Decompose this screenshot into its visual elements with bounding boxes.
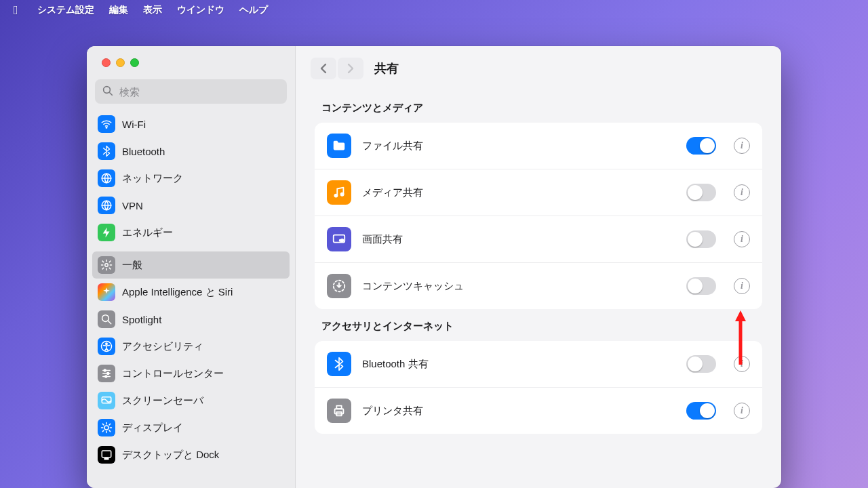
info-button-bt-sharing[interactable]: i — [734, 356, 750, 372]
info-button-media-sharing[interactable]: i — [734, 184, 750, 201]
screensaver-icon — [98, 392, 115, 409]
menubar-item-window[interactable]: ウインドウ — [177, 4, 224, 16]
sidebar-item-label: ディスプレイ — [122, 422, 183, 434]
sidebar-item-label: VPN — [122, 200, 143, 211]
toggle-media-sharing[interactable] — [686, 184, 716, 201]
info-button-content-cache[interactable]: i — [734, 278, 750, 294]
setting-row-label: Bluetooth 共有 — [362, 358, 675, 371]
setting-row-label: コンテンツキャッシュ — [362, 280, 675, 293]
info-button-printer-sharing[interactable]: i — [734, 403, 750, 419]
minimize-button[interactable] — [116, 58, 125, 67]
sidebar-item-ss[interactable]: スクリーンセーバ — [92, 387, 290, 414]
sidebar-item-label: 一般 — [122, 259, 142, 272]
sidebar-item-label: エネルギー — [122, 226, 173, 239]
menubar-item-edit[interactable]: 編集 — [109, 4, 128, 16]
info-button-file-sharing[interactable]: i — [734, 138, 750, 154]
sidebar-item-label: Wi-Fi — [122, 119, 146, 130]
setting-row-printer-sharing: プリンタ共有i — [315, 388, 762, 434]
setting-row-label: ファイル共有 — [362, 140, 675, 152]
content-scroll[interactable]: コンテンツとメディアファイル共有iメディア共有i画面共有iコンテンツキャッシュi… — [296, 91, 781, 488]
printer-icon — [327, 399, 351, 423]
sidebar-item-label: Apple Intelligence と Siri — [122, 286, 233, 299]
svg-rect-18 — [102, 451, 111, 458]
svg-point-13 — [104, 369, 106, 371]
toggle-printer-sharing[interactable] — [686, 402, 716, 420]
sidebar-item-ai-siri[interactable]: Apple Intelligence と Siri — [92, 279, 290, 306]
svg-rect-27 — [336, 406, 341, 409]
sidebar-item-label: Bluetooth — [122, 146, 165, 157]
bluetooth-icon — [327, 352, 351, 376]
menubar-app-name[interactable]: システム設定 — [37, 4, 94, 16]
gear-icon — [98, 256, 115, 274]
sidebar-item-vpn[interactable]: VPN — [92, 192, 290, 219]
zoom-button[interactable] — [130, 58, 139, 67]
info-button-screen-sharing[interactable]: i — [734, 231, 750, 247]
menubar:  システム設定 編集 表示 ウインドウ ヘルプ — [0, 0, 868, 20]
setting-row-screen-sharing: 画面共有i — [315, 216, 762, 263]
content-pane: 共有 コンテンツとメディアファイル共有iメディア共有i画面共有iコンテンツキャッ… — [296, 46, 781, 488]
settings-window: Wi-FiBluetoothネットワークVPNエネルギー一般Apple Inte… — [87, 46, 781, 488]
svg-point-9 — [106, 343, 107, 344]
folder-icon — [327, 134, 351, 158]
sparkle-icon — [98, 283, 115, 301]
settings-card: Bluetooth 共有iプリンタ共有i — [315, 341, 762, 434]
bolt-icon — [98, 224, 115, 241]
forward-button[interactable] — [338, 58, 363, 79]
search-icon — [98, 310, 115, 328]
dock-icon — [98, 446, 115, 464]
apple-menu-icon[interactable]:  — [14, 3, 18, 18]
setting-row-bt-sharing: Bluetooth 共有i — [315, 341, 762, 388]
titlebar: 共有 — [296, 46, 781, 91]
sidebar-item-bluetooth[interactable]: Bluetooth — [92, 138, 290, 165]
sidebar-list: Wi-FiBluetoothネットワークVPNエネルギー一般Apple Inte… — [87, 110, 295, 488]
search-input[interactable] — [95, 79, 287, 104]
section-title: アクセサリとインターネット — [321, 320, 762, 333]
sidebar-item-cc[interactable]: コントロールセンター — [92, 360, 290, 387]
wifi-icon — [98, 115, 115, 133]
svg-rect-19 — [104, 458, 108, 460]
sliders-icon — [98, 365, 115, 382]
sidebar-item-wifi[interactable]: Wi-Fi — [92, 110, 290, 138]
sidebar-item-label: アクセシビリティ — [122, 340, 203, 353]
download-icon — [327, 274, 351, 298]
toggle-file-sharing[interactable] — [686, 137, 716, 155]
setting-row-label: メディア共有 — [362, 186, 675, 199]
globe-icon — [98, 169, 115, 187]
svg-point-15 — [105, 375, 107, 378]
svg-point-5 — [105, 264, 108, 267]
settings-card: ファイル共有iメディア共有i画面共有iコンテンツキャッシュi — [315, 123, 762, 309]
sidebar-item-dock[interactable]: デスクトップと Dock — [92, 441, 290, 468]
svg-point-2 — [106, 127, 107, 129]
sidebar: Wi-FiBluetoothネットワークVPNエネルギー一般Apple Inte… — [87, 46, 296, 488]
sidebar-item-label: ネットワーク — [122, 172, 183, 185]
section-title: コンテンツとメディア — [321, 102, 762, 115]
setting-row-media-sharing: メディア共有i — [315, 169, 762, 216]
menubar-item-help[interactable]: ヘルプ — [239, 4, 268, 16]
sidebar-item-label: デスクトップと Dock — [122, 449, 219, 462]
setting-row-label: プリンタ共有 — [362, 405, 675, 418]
svg-point-17 — [104, 426, 108, 430]
toggle-screen-sharing[interactable] — [686, 230, 716, 248]
menubar-item-view[interactable]: 表示 — [143, 4, 162, 16]
close-button[interactable] — [102, 58, 111, 67]
sidebar-item-energy[interactable]: エネルギー — [92, 219, 290, 246]
search-icon — [102, 85, 114, 97]
sidebar-item-label: コントロールセンター — [122, 367, 224, 380]
toggle-content-cache[interactable] — [686, 277, 716, 295]
sidebar-item-network[interactable]: ネットワーク — [92, 165, 290, 192]
page-title: 共有 — [374, 60, 399, 77]
setting-row-content-cache: コンテンツキャッシュi — [315, 263, 762, 309]
screen-icon — [327, 227, 351, 251]
globe-icon — [98, 197, 115, 214]
sidebar-item-label: Spotlight — [122, 314, 161, 325]
back-button[interactable] — [311, 58, 336, 79]
sidebar-item-general[interactable]: 一般 — [92, 251, 290, 279]
sidebar-item-spotlight[interactable]: Spotlight — [92, 306, 290, 333]
toggle-bt-sharing[interactable] — [686, 355, 716, 373]
sidebar-item-a11y[interactable]: アクセシビリティ — [92, 333, 290, 360]
a11y-icon — [98, 338, 115, 355]
setting-row-file-sharing: ファイル共有i — [315, 123, 762, 169]
sidebar-item-display[interactable]: ディスプレイ — [92, 414, 290, 441]
svg-line-7 — [108, 321, 111, 324]
svg-point-20 — [334, 195, 337, 197]
